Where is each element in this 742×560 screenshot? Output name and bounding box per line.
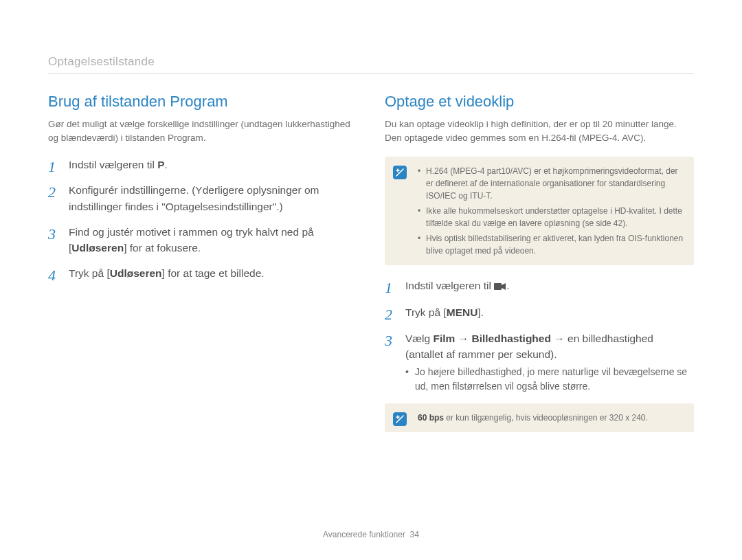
section-title-video: Optage et videoklip <box>385 93 694 111</box>
menu-bold: MENU <box>447 306 478 318</box>
note-rest: er kun tilgængelig, hvis videoopløsninge… <box>444 413 648 423</box>
step-text: Tryk på [ <box>69 267 110 279</box>
note-box-1: H.264 (MPEG-4 part10/AVC) er et højkompr… <box>385 157 694 265</box>
intro-video: Du kan optage videoklip i high definitio… <box>385 117 694 144</box>
left-column: Brug af tilstanden Program Gør det mulig… <box>48 93 357 445</box>
step-3: Find og justér motivet i rammen og tryk … <box>48 224 357 256</box>
step-text: Indstil vælgeren til <box>69 159 157 170</box>
step-text: Konfigurér indstillingerne. (Yderligere … <box>69 184 319 212</box>
step-2: Konfigurér indstillingerne. (Yderligere … <box>48 182 357 214</box>
step-text: ]. <box>477 306 484 318</box>
framerate-bold: Billedhastighed <box>472 333 551 344</box>
step-text: . <box>506 280 509 291</box>
shutter-bold: Udløseren <box>71 242 124 254</box>
arrow: → <box>455 333 471 344</box>
steps-video: Indstil vælgeren til . Tryk på [MENU]. V… <box>385 278 694 394</box>
steps-program: Indstil vælgeren til P. Konfigurér indst… <box>48 157 357 282</box>
intro-program: Gør det muligt at vælge forskellige inds… <box>48 117 357 144</box>
video-mode-icon <box>494 279 506 295</box>
shutter-bold: Udløseren <box>110 267 162 279</box>
section-title-program: Brug af tilstanden Program <box>48 93 357 111</box>
breadcrumb: Optagelsestilstande <box>48 55 694 69</box>
step-4: Tryk på [Udløseren] for at tage et bille… <box>48 265 357 281</box>
note-box-2: 60 bps er kun tilgængelig, hvis videoopl… <box>385 403 694 432</box>
step-2: Tryk på [MENU]. <box>385 304 694 320</box>
p-mode-icon: P <box>157 159 164 170</box>
content-columns: Brug af tilstanden Program Gør det mulig… <box>48 93 694 445</box>
note-bold: 60 bps <box>418 413 444 423</box>
note-item: Hvis optisk billedstabilisering er aktiv… <box>418 232 684 257</box>
step-text: ] for at tage et billede. <box>162 267 265 279</box>
footer: Avancerede funktioner 34 <box>0 530 742 539</box>
film-bold: Film <box>434 333 456 344</box>
note-item: H.264 (MPEG-4 part10/AVC) er et højkompr… <box>418 165 684 202</box>
note-list: H.264 (MPEG-4 part10/AVC) er et højkompr… <box>418 165 684 257</box>
note-item: Ikke alle hukommelseskort understøtter o… <box>418 205 684 229</box>
step-3: Vælg Film → Billedhastighed → en billedh… <box>385 331 694 394</box>
note-text: 60 bps er kun tilgængelig, hvis videoopl… <box>418 412 684 424</box>
step-text: . <box>165 159 168 170</box>
footer-label: Avancerede funktioner <box>323 530 405 539</box>
step-text: Vælg <box>405 333 434 344</box>
step-1: Indstil vælgeren til . <box>385 278 694 295</box>
right-column: Optage et videoklip Du kan optage videok… <box>385 93 694 445</box>
step-text: ] for at fokusere. <box>124 242 201 254</box>
step-sub-item: Jo højere billedhastighed, jo mere natur… <box>405 365 694 394</box>
note-icon <box>393 412 407 426</box>
svg-rect-0 <box>494 283 502 290</box>
step-1: Indstil vælgeren til P. <box>48 157 357 172</box>
footer-page: 34 <box>410 530 419 539</box>
step-sub: Jo højere billedhastighed, jo mere natur… <box>405 365 694 394</box>
note-icon <box>393 166 407 179</box>
divider <box>48 73 694 74</box>
step-text: Indstil vælgeren til <box>405 280 494 291</box>
step-text: Tryk på [ <box>405 306 447 318</box>
